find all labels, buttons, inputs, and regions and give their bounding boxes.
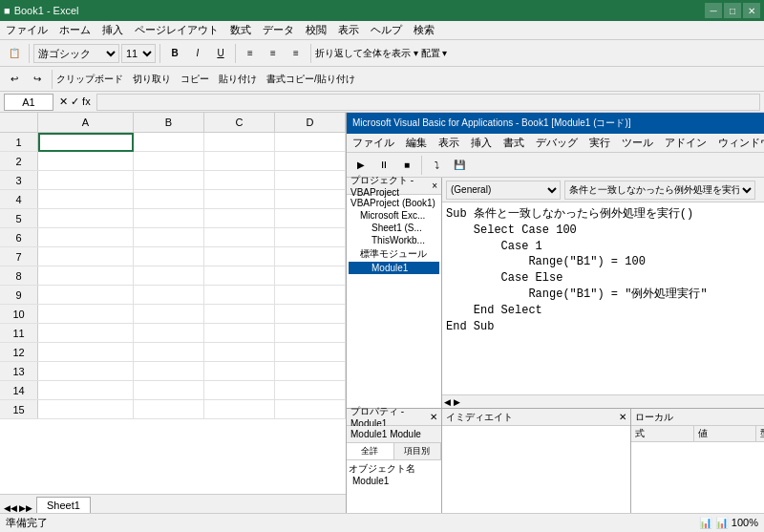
grid-cell[interactable] bbox=[38, 400, 134, 419]
tab-nav-right[interactable]: ▶▶ bbox=[19, 503, 32, 513]
undo-btn[interactable]: ↩ bbox=[4, 69, 25, 90]
font-select[interactable]: 游ゴシック bbox=[33, 44, 119, 63]
grid-cell[interactable] bbox=[38, 381, 134, 400]
vba-step-btn[interactable]: ⤵ bbox=[426, 155, 447, 176]
props-tab-category[interactable]: 項目別 bbox=[394, 443, 442, 459]
grid-cell[interactable] bbox=[275, 228, 346, 247]
grid-cell[interactable] bbox=[38, 362, 134, 381]
grid-cell[interactable] bbox=[134, 171, 204, 190]
grid-cell[interactable] bbox=[134, 190, 204, 209]
grid-cell[interactable] bbox=[275, 324, 346, 343]
bold-btn[interactable]: B bbox=[164, 43, 185, 64]
vba-menu-format[interactable]: 書式 bbox=[498, 134, 530, 152]
grid-cell[interactable] bbox=[38, 266, 134, 286]
align-center-btn[interactable]: ≡ bbox=[263, 43, 284, 64]
vba-menu-edit[interactable]: 編集 bbox=[400, 134, 433, 152]
grid-cell[interactable] bbox=[275, 362, 346, 381]
grid-cell[interactable] bbox=[38, 247, 134, 266]
proc-select[interactable]: 条件と一致しなかったら例外処理を実行 bbox=[564, 181, 755, 200]
menu-review[interactable]: 校閲 bbox=[300, 21, 332, 39]
grid-cell[interactable] bbox=[134, 228, 204, 247]
menu-home[interactable]: ホーム bbox=[53, 21, 96, 39]
grid-cell[interactable] bbox=[134, 152, 204, 171]
grid-cell[interactable] bbox=[275, 305, 346, 324]
grid-cell[interactable] bbox=[38, 324, 134, 343]
close-button[interactable]: ✕ bbox=[743, 3, 760, 18]
grid-cell[interactable] bbox=[204, 324, 275, 343]
grid-cell[interactable] bbox=[134, 266, 204, 286]
grid-cell[interactable] bbox=[204, 286, 275, 305]
grid-cell[interactable] bbox=[38, 152, 134, 171]
grid-cell[interactable] bbox=[38, 133, 134, 152]
grid-cell[interactable] bbox=[134, 381, 204, 400]
grid-cell[interactable] bbox=[275, 400, 346, 419]
code-scrollbar-h[interactable]: ◀ ▶ bbox=[442, 394, 764, 408]
grid-cell[interactable] bbox=[134, 343, 204, 362]
vba-menu-file[interactable]: ファイル bbox=[347, 134, 400, 152]
grid-cell[interactable] bbox=[204, 381, 275, 400]
grid-cell[interactable] bbox=[38, 209, 134, 228]
vba-menu-view[interactable]: 表示 bbox=[433, 134, 465, 152]
grid-cell[interactable] bbox=[204, 343, 275, 362]
props-tab-all[interactable]: 全詳 bbox=[347, 443, 394, 459]
minimize-button[interactable]: ─ bbox=[705, 3, 722, 18]
grid-cell[interactable] bbox=[275, 286, 346, 305]
grid-cell[interactable] bbox=[275, 343, 346, 362]
grid-cell[interactable] bbox=[38, 228, 134, 247]
menu-formula[interactable]: 数式 bbox=[224, 21, 257, 39]
grid-cell[interactable] bbox=[204, 305, 275, 324]
grid-cell[interactable] bbox=[204, 266, 275, 286]
redo-btn[interactable]: ↪ bbox=[27, 69, 48, 90]
vba-menu-window[interactable]: ウィンドウ bbox=[712, 134, 764, 152]
grid-cell[interactable] bbox=[134, 324, 204, 343]
underline-btn[interactable]: U bbox=[210, 43, 231, 64]
grid-cell[interactable] bbox=[38, 171, 134, 190]
vba-stop-btn[interactable]: ■ bbox=[396, 155, 417, 176]
project-close-btn[interactable]: × bbox=[432, 181, 437, 191]
tree-item[interactable]: 標準モジュール bbox=[349, 246, 439, 262]
grid-cell[interactable] bbox=[38, 305, 134, 324]
vba-run-btn[interactable]: ▶ bbox=[350, 155, 371, 176]
grid-cell[interactable] bbox=[204, 228, 275, 247]
menu-file[interactable]: ファイル bbox=[0, 21, 53, 39]
sheet-tab-sheet1[interactable]: Sheet1 bbox=[36, 497, 91, 513]
grid-cell[interactable] bbox=[275, 133, 346, 152]
grid-cell[interactable] bbox=[275, 247, 346, 266]
vba-save-btn[interactable]: 💾 bbox=[449, 155, 470, 176]
vba-menu-insert[interactable]: 挿入 bbox=[465, 134, 498, 152]
vba-menu-run[interactable]: 実行 bbox=[584, 134, 616, 152]
immediate-close-btn[interactable]: ✕ bbox=[619, 412, 626, 422]
grid-cell[interactable] bbox=[134, 305, 204, 324]
menu-pagelayout[interactable]: ページレイアウト bbox=[129, 21, 224, 39]
grid-cell[interactable] bbox=[134, 247, 204, 266]
formula-bar[interactable] bbox=[96, 94, 760, 111]
clipboard-btn[interactable]: 📋 bbox=[4, 43, 25, 64]
tree-item[interactable]: Sheet1 (S... bbox=[349, 222, 439, 234]
grid-cell[interactable] bbox=[275, 266, 346, 286]
grid-cell[interactable] bbox=[204, 152, 275, 171]
grid-cell[interactable] bbox=[204, 190, 275, 209]
grid-cell[interactable] bbox=[275, 152, 346, 171]
menu-view[interactable]: 表示 bbox=[332, 21, 365, 39]
grid-cell[interactable] bbox=[275, 190, 346, 209]
grid-cell[interactable] bbox=[204, 247, 275, 266]
grid-cell[interactable] bbox=[204, 400, 275, 419]
grid-cell[interactable] bbox=[275, 381, 346, 400]
tree-item[interactable]: ThisWorkb... bbox=[349, 234, 439, 246]
immediate-body[interactable] bbox=[442, 426, 630, 513]
align-right-btn[interactable]: ≡ bbox=[286, 43, 307, 64]
tab-nav-left[interactable]: ◀◀ bbox=[4, 503, 17, 513]
grid-cell[interactable] bbox=[204, 171, 275, 190]
grid-cell[interactable] bbox=[38, 286, 134, 305]
general-select[interactable]: (General) bbox=[446, 181, 561, 200]
menu-data[interactable]: データ bbox=[257, 21, 300, 39]
menu-insert[interactable]: 挿入 bbox=[96, 21, 129, 39]
italic-btn[interactable]: I bbox=[187, 43, 208, 64]
maximize-button[interactable]: □ bbox=[724, 3, 741, 18]
grid-cell[interactable] bbox=[275, 171, 346, 190]
grid-cell[interactable] bbox=[204, 362, 275, 381]
props-close-btn[interactable]: ✕ bbox=[430, 412, 437, 422]
tree-item[interactable]: VBAProject (Book1) bbox=[349, 197, 439, 209]
grid-cell[interactable] bbox=[134, 400, 204, 419]
code-body[interactable]: Sub 条件と一致しなかったら例外処理を実行() Select Case 100… bbox=[442, 202, 764, 394]
